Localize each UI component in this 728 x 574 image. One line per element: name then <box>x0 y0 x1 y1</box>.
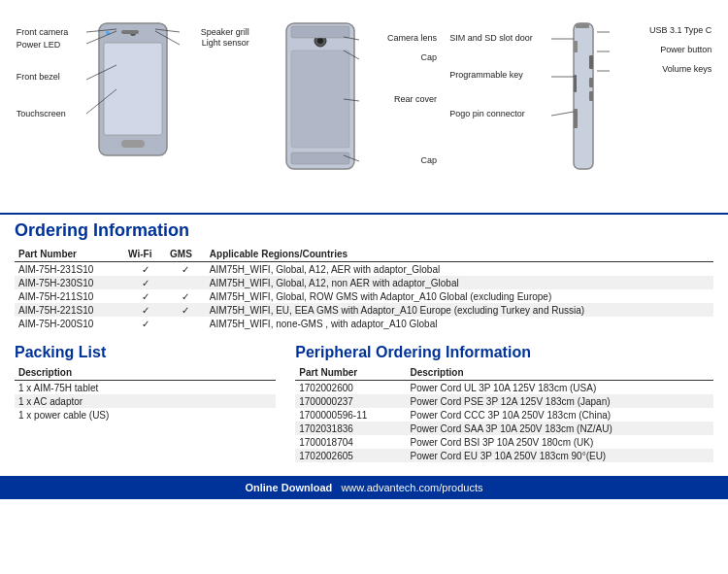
footer-label: Online Download <box>245 482 332 493</box>
front-bezel-label: Front bezel <box>17 72 60 82</box>
prog-key-label: Programmable key <box>449 70 523 80</box>
gms-cell <box>166 317 206 330</box>
svg-rect-1 <box>104 43 162 135</box>
touchscreen-label: Touchscreen <box>17 109 66 118</box>
svg-rect-3 <box>121 30 139 34</box>
peripheral-part-cell: 1702002605 <box>295 449 406 462</box>
packing-title: Packing List <box>15 344 276 361</box>
cap-top-label: Cap <box>420 52 437 62</box>
svg-rect-23 <box>574 41 578 52</box>
svg-rect-28 <box>589 91 593 101</box>
svg-point-5 <box>106 31 110 35</box>
col-regions: Applicable Regions/Countries <box>206 247 713 262</box>
region-cell: AIM75H_WIFI, none-GMS , with adaptor_A10… <box>206 317 713 330</box>
wifi-cell: ✓ <box>124 289 166 303</box>
part-number-cell: AIM-75H-231S10 <box>15 262 124 277</box>
wifi-cell: ✓ <box>124 303 166 317</box>
packing-item: 1 x AIM-75H tablet <box>15 381 276 395</box>
peripheral-col-part: Part Number <box>295 365 406 381</box>
packing-list-section: Packing List Description 1 x AIM-75H tab… <box>15 344 276 462</box>
ordering-title: Ordering Information <box>15 220 713 241</box>
svg-rect-25 <box>574 109 578 128</box>
table-row: 1700000596-11 Power Cord CCC 3P 10A 250V… <box>295 408 713 422</box>
pogo-pin-label: Pogo pin connector <box>449 109 525 118</box>
svg-rect-27 <box>589 78 593 87</box>
peripheral-title: Peripheral Ordering Information <box>295 344 713 361</box>
region-cell: AIM75H_WIFI, EU, EEA GMS with Adaptor_A1… <box>206 303 713 317</box>
table-row: 1702002600 Power Cord UL 3P 10A 125V 183… <box>295 381 713 395</box>
peripheral-table: Part Number Description 1702002600 Power… <box>295 365 713 462</box>
svg-rect-13 <box>291 51 349 148</box>
table-row: AIM-75H-211S10 ✓ ✓ AIM75H_WIFI, Global, … <box>15 289 713 303</box>
region-cell: AIM75H_WIFI, Global, A12, non AER with a… <box>206 276 713 289</box>
peripheral-part-cell: 1700000596-11 <box>295 408 406 422</box>
peripheral-desc-cell: Power Cord EU 3P 10A 250V 183cm 90°(EU) <box>407 449 714 462</box>
svg-rect-4 <box>121 140 145 148</box>
list-item: 1 x AC adaptor <box>15 394 276 408</box>
front-camera-label: Front camera <box>17 25 69 39</box>
packing-item: 1 x power cable (US) <box>15 408 276 422</box>
peripheral-part-cell: 1700018704 <box>295 435 406 449</box>
part-number-cell: AIM-75H-230S10 <box>15 276 124 289</box>
usb-label: USB 3.1 Type C <box>649 25 711 35</box>
table-row: 1700018704 Power Cord BSI 3P 10A 250V 18… <box>295 435 713 449</box>
part-number-cell: AIM-75H-200S10 <box>15 317 124 330</box>
footer: Online Download www.advantech.com/produc… <box>0 476 728 499</box>
col-part-number: Part Number <box>15 247 124 262</box>
gms-cell: ✓ <box>166 303 206 317</box>
camera-lens-label: Camera lens <box>387 33 437 43</box>
svg-rect-17 <box>291 152 349 164</box>
list-item: 1 x AIM-75H tablet <box>15 381 276 395</box>
tablet-side-svg <box>566 21 595 172</box>
part-number-cell: AIM-75H-221S10 <box>15 303 124 317</box>
wifi-cell: ✓ <box>124 262 166 277</box>
table-row: AIM-75H-231S10 ✓ ✓ AIM75H_WIFI, Global, … <box>15 262 713 277</box>
footer-url: www.advantech.com/products <box>341 482 482 493</box>
packing-table: Description 1 x AIM-75H tablet1 x AC ada… <box>15 365 276 422</box>
front-view-diagram: Front camera Power LED Front bezel Touch… <box>17 12 249 206</box>
power-led-label: Power LED <box>17 38 61 51</box>
region-cell: AIM75H_WIFI, Global, A12, AER with adapt… <box>206 262 713 277</box>
table-row: AIM-75H-230S10 ✓ AIM75H_WIFI, Global, A1… <box>15 276 713 289</box>
tablet-front-svg <box>94 21 172 157</box>
volume-keys-label: Volume keys <box>662 64 711 74</box>
peripheral-desc-cell: Power Cord SAA 3P 10A 250V 183cm (NZ/AU) <box>407 422 714 435</box>
list-item: 1 x power cable (US) <box>15 408 276 422</box>
rear-cover-label: Rear cover <box>394 94 437 104</box>
peripheral-desc-cell: Power Cord PSE 3P 12A 125V 183cm (Japan) <box>407 394 714 408</box>
wifi-cell: ✓ <box>124 276 166 289</box>
svg-rect-24 <box>574 75 577 92</box>
cap-bottom-label: Cap <box>420 155 437 165</box>
packing-item: 1 x AC adaptor <box>15 394 276 408</box>
table-row: 1702031836 Power Cord SAA 3P 10A 250V 18… <box>295 422 713 435</box>
light-sensor-label: Light sensor <box>202 38 249 48</box>
peripheral-section: Peripheral Ordering Information Part Num… <box>295 344 713 462</box>
bottom-section: Packing List Description 1 x AIM-75H tab… <box>0 338 728 468</box>
svg-rect-26 <box>589 55 593 69</box>
side-view-diagram: SIM and SD slot door Programmable key Po… <box>449 12 711 206</box>
col-wifi: Wi-Fi <box>124 247 166 262</box>
power-button-label: Power button <box>660 45 711 54</box>
table-row: AIM-75H-221S10 ✓ ✓ AIM75H_WIFI, EU, EEA … <box>15 303 713 317</box>
svg-rect-16 <box>291 26 349 38</box>
gms-cell <box>166 276 206 289</box>
peripheral-part-cell: 1700000237 <box>295 394 406 408</box>
table-row: 1702002605 Power Cord EU 3P 10A 250V 183… <box>295 449 713 462</box>
peripheral-part-cell: 1702031836 <box>295 422 406 435</box>
col-gms: GMS <box>166 247 206 262</box>
diagram-section: Front camera Power LED Front bezel Touch… <box>0 0 728 209</box>
part-number-cell: AIM-75H-211S10 <box>15 289 124 303</box>
sim-sd-label: SIM and SD slot door <box>449 33 533 43</box>
table-row: AIM-75H-200S10 ✓ AIM75H_WIFI, none-GMS ,… <box>15 317 713 330</box>
peripheral-col-desc: Description <box>407 365 714 381</box>
region-cell: AIM75H_WIFI, Global, ROW GMS with Adapto… <box>206 289 713 303</box>
peripheral-part-cell: 1702002600 <box>295 381 406 395</box>
table-row: 1700000237 Power Cord PSE 3P 12A 125V 18… <box>295 394 713 408</box>
ordering-section: Ordering Information Part Number Wi-Fi G… <box>0 213 728 336</box>
svg-point-15 <box>317 38 323 44</box>
back-view-diagram: Camera lens Cap Rear cover Cap <box>262 12 437 206</box>
peripheral-desc-cell: Power Cord BSI 3P 10A 250V 180cm (UK) <box>407 435 714 449</box>
peripheral-desc-cell: Power Cord CCC 3P 10A 250V 183cm (China) <box>407 408 714 422</box>
ordering-table: Part Number Wi-Fi GMS Applicable Regions… <box>15 247 713 330</box>
gms-cell: ✓ <box>166 262 206 277</box>
